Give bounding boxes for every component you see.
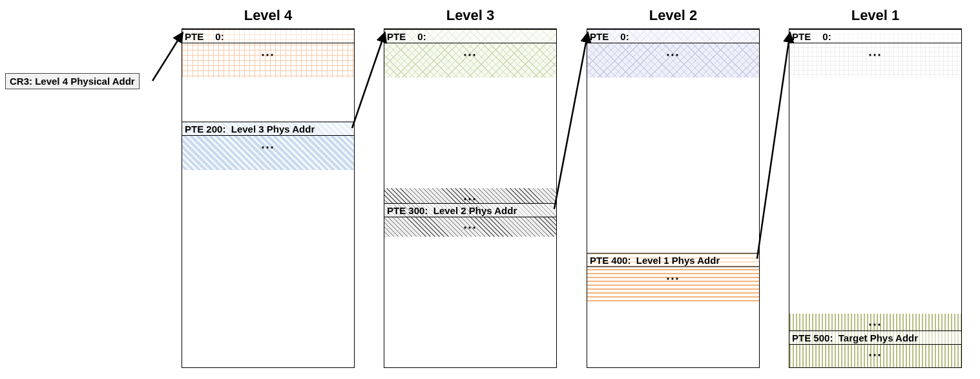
pte-row-l1-500: PTE 500: Target Phys Addr — [789, 330, 961, 345]
pte-prefix: PTE — [185, 31, 203, 42]
pte-label: Level 1 Phys Addr — [636, 255, 720, 266]
table-level3: PTE 0: ⋮ PTE 300: Level 2 Phys Addr ⋮ ⋮ — [384, 28, 557, 368]
ellipsis-icon: ⋮ — [869, 318, 882, 332]
pte-row-l2-0: PTE 0: — [587, 29, 759, 43]
pte-row-l4-0: PTE 0: — [182, 29, 354, 43]
pte-index: 0: — [215, 30, 242, 43]
ellipsis-icon: ⋮ — [667, 49, 680, 63]
pte-prefix: PTE — [590, 31, 609, 42]
pte-prefix: PTE — [590, 255, 609, 266]
pte-index: 300: — [408, 205, 428, 216]
pte-prefix: PTE — [387, 31, 406, 42]
ellipsis-icon: ⋮ — [869, 349, 882, 363]
cr3-register-box: CR3: Level 4 Physical Addr — [5, 73, 140, 89]
pte-prefix: PTE — [792, 332, 811, 343]
table-level1: PTE 0: ⋮ PTE 500: Target Phys Addr ⋮ ⋮ — [789, 28, 962, 368]
ellipsis-icon: ⋮ — [464, 193, 477, 207]
arrow-cr3-to-l4 — [152, 32, 183, 81]
pte-prefix: PTE — [387, 205, 406, 216]
title-level3: Level 3 — [384, 7, 557, 24]
title-level1: Level 1 — [789, 7, 962, 24]
pte-row-l1-0: PTE 0: — [789, 29, 961, 43]
pte-row-l4-200: PTE 200: Level 3 Phys Addr — [182, 122, 354, 136]
pte-index: 0: — [822, 30, 850, 43]
pte-row-l3-0: PTE 0: — [384, 29, 556, 43]
pte-row-l2-400: PTE 400: Level 1 Phys Addr — [587, 253, 759, 267]
page-table-walk-diagram: CR3: Level 4 Physical Addr Level 4 PTE 0… — [0, 0, 980, 379]
pte-index: 400: — [611, 255, 631, 266]
pte-prefix: PTE — [792, 31, 811, 42]
pte-index: 0: — [620, 30, 647, 43]
ellipsis-icon: ⋮ — [464, 49, 477, 63]
title-level2: Level 2 — [587, 7, 760, 24]
arrow-l2-to-l1 — [757, 32, 790, 259]
ellipsis-icon: ⋮ — [262, 49, 275, 63]
ellipsis-icon: ⋮ — [262, 141, 275, 155]
arrow-l4-to-l3 — [352, 32, 385, 128]
arrow-l3-to-l2 — [554, 32, 588, 209]
pte-label: Target Phys Addr — [839, 332, 918, 343]
ellipsis-icon: ⋮ — [869, 49, 882, 63]
pte-index: 0: — [417, 30, 444, 43]
pte-label: Level 3 Phys Addr — [231, 124, 315, 135]
pte-index: 500: — [813, 332, 833, 343]
pte-index: 200: — [206, 124, 225, 135]
table-level4: PTE 0: ⋮ PTE 200: Level 3 Phys Addr ⋮ — [182, 28, 355, 368]
pte-prefix: PTE — [185, 124, 203, 135]
table-level2: PTE 0: ⋮ PTE 400: Level 1 Phys Addr ⋮ — [587, 28, 760, 368]
ellipsis-icon: ⋮ — [464, 221, 477, 235]
ellipsis-icon: ⋮ — [667, 272, 680, 287]
title-level4: Level 4 — [182, 7, 355, 24]
